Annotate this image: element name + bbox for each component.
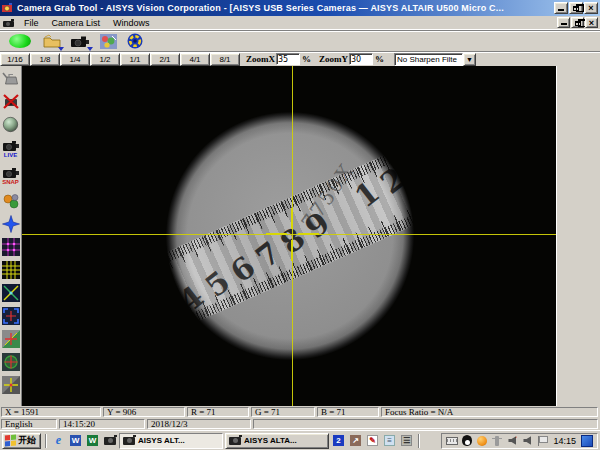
zoomx-input[interactable] — [276, 53, 300, 65]
window-title: Camera Grab Tool - AISYS Vision Corporat… — [17, 3, 551, 13]
status-y-coordinate: Y = 906 — [103, 407, 185, 417]
camera-app-icon[interactable] — [102, 434, 117, 448]
split-cross-button[interactable] — [1, 328, 21, 350]
taskbar-window-aisys-1[interactable]: AISYS ALT... — [119, 433, 223, 449]
oil-can-button[interactable] — [1, 67, 21, 89]
word-icon[interactable]: W — [68, 434, 83, 448]
connection-status-button[interactable] — [3, 32, 37, 50]
live-view-button[interactable]: LIVE — [1, 136, 21, 162]
camera-disconnect-button[interactable] — [1, 90, 21, 112]
volume-tray-icon[interactable] — [521, 435, 533, 447]
zoom-1-16-button[interactable]: 1/16 — [0, 53, 30, 66]
crosshair-horizontal-line — [22, 234, 556, 235]
flash-app-icon[interactable]: 2 — [331, 434, 346, 448]
color-adjust-icon — [100, 34, 117, 49]
camera-image-view[interactable]: 3 4 5 6 7 8 9 1 2 3 4 7750X — [22, 66, 556, 406]
color-balls-button[interactable] — [1, 190, 21, 212]
child-window-icon[interactable] — [2, 18, 16, 28]
blue-star-icon — [2, 215, 20, 233]
minimize-button[interactable] — [554, 2, 568, 14]
zoomy-label: ZoomY — [319, 54, 348, 64]
child-minimize-button[interactable] — [557, 17, 570, 28]
start-button[interactable]: 开始 — [2, 433, 41, 449]
status-focus-ratio: Focus Ratio = N/A — [381, 407, 598, 417]
zoom-toolbar: 1/16 1/8 1/4 1/2 1/1 2/1 4/1 8/1 ZoomX %… — [0, 51, 600, 66]
zoom-2-1-button[interactable]: 2/1 — [150, 53, 180, 66]
restore-button[interactable] — [569, 2, 583, 14]
orange-app-tray-icon[interactable] — [476, 435, 488, 447]
zoom-4-1-button[interactable]: 4/1 — [180, 53, 210, 66]
zoom-1-4-button[interactable]: 1/4 — [60, 53, 90, 66]
gray-cross-icon — [2, 376, 20, 394]
crosshair-marker-right-arm — [298, 233, 319, 235]
zoom-1-2-button[interactable]: 1/2 — [90, 53, 120, 66]
taskbar: 开始 e W W AISYS ALT... AISYS ALTA... 2 ↗ … — [0, 430, 600, 450]
circle-cross-button[interactable] — [1, 351, 21, 373]
menu-file[interactable]: File — [18, 17, 46, 29]
magenta-grid-button[interactable] — [1, 236, 21, 258]
camera-disconnect-icon — [2, 93, 20, 110]
tool-sidebar: LIVE SNAP — [0, 66, 22, 406]
color-adjust-button[interactable] — [96, 32, 120, 50]
folder-icon — [43, 34, 61, 48]
zoomy-percent-label: % — [375, 54, 384, 64]
blue-star-button[interactable] — [1, 213, 21, 235]
keyboard-tray-icon[interactable] — [446, 435, 458, 447]
usb-device-tray-icon[interactable] — [491, 435, 503, 447]
info-bar: English 14:15:20 2018/12/3 — [0, 418, 600, 430]
status-green-value: G = 71 — [251, 407, 315, 417]
live-camera-icon — [2, 140, 20, 152]
sharpen-filter-value: No Sharpen Filte — [394, 53, 463, 66]
close-button[interactable]: × — [584, 2, 598, 14]
camera-task-icon — [123, 437, 135, 445]
stack-app-icon[interactable]: ☰ — [399, 434, 414, 448]
zoom-1-8-button[interactable]: 1/8 — [30, 53, 60, 66]
center-frame-icon — [2, 307, 20, 325]
yellow-grid-button[interactable] — [1, 259, 21, 281]
taskbar-clock[interactable]: 14:15 — [551, 436, 578, 446]
yellow-grid-icon — [2, 261, 20, 279]
camera-capture-button[interactable] — [67, 32, 93, 50]
gray-cross-button[interactable] — [1, 374, 21, 396]
sphere-button[interactable] — [1, 113, 21, 135]
main-toolbar — [0, 30, 600, 51]
menu-bar: File Camera List Windows × — [0, 16, 600, 30]
muted-speaker-tray-icon[interactable] — [506, 435, 518, 447]
snap-button[interactable]: SNAP — [1, 163, 21, 189]
launcher-arrow-icon[interactable]: ↗ — [348, 434, 363, 448]
network-monitor-tray-icon[interactable] — [581, 435, 593, 447]
diagonal-cross-icon — [2, 284, 20, 302]
vignette-overlay — [22, 66, 556, 406]
notepad-app-icon[interactable]: ≡ — [382, 434, 397, 448]
split-cross-icon — [2, 330, 20, 348]
camera-icon — [70, 35, 90, 48]
taskbar-window-aisys-2[interactable]: AISYS ALTA... — [225, 433, 329, 449]
menu-windows[interactable]: Windows — [107, 17, 157, 29]
language-indicator: English — [1, 419, 57, 429]
system-tray: 14:15 — [441, 433, 598, 449]
red-app-icon[interactable]: ✎ — [365, 434, 380, 448]
internet-explorer-icon[interactable]: e — [51, 434, 66, 448]
aperture-button[interactable] — [123, 32, 147, 50]
qq-tray-icon[interactable] — [461, 435, 473, 447]
menu-camera-list[interactable]: Camera List — [46, 17, 108, 29]
open-file-button[interactable] — [40, 32, 64, 50]
camera-task-icon — [229, 437, 241, 445]
zoom-8-1-button[interactable]: 8/1 — [210, 53, 240, 66]
child-restore-button[interactable] — [571, 17, 584, 28]
child-close-button[interactable]: × — [585, 17, 598, 28]
status-blue-value: B = 71 — [317, 407, 379, 417]
diagonal-cross-button[interactable] — [1, 282, 21, 304]
zoom-1-1-button[interactable]: 1/1 — [120, 53, 150, 66]
dropdown-arrow-button[interactable]: ▼ — [463, 53, 476, 66]
crosshair-marker-left-arm — [266, 233, 287, 235]
center-frame-button[interactable] — [1, 305, 21, 327]
title-bar[interactable]: Camera Grab Tool - AISYS Vision Corporat… — [0, 0, 600, 16]
info-bar-spacer — [253, 419, 598, 429]
start-label: 开始 — [18, 434, 36, 447]
sharpen-filter-dropdown[interactable]: No Sharpen Filte ▼ — [394, 53, 476, 66]
media-app-icon[interactable]: W — [85, 434, 100, 448]
zoomy-input[interactable] — [349, 53, 373, 65]
status-red-value: R = 71 — [187, 407, 249, 417]
language-flag-tray-icon[interactable] — [536, 435, 548, 447]
